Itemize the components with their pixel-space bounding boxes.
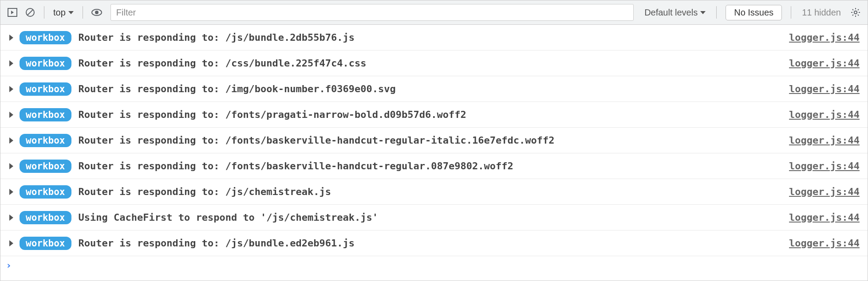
filter-input[interactable] (110, 4, 634, 21)
log-badge: workbox (20, 211, 71, 224)
live-expression-icon[interactable] (89, 5, 104, 20)
log-badge: workbox (20, 82, 71, 96)
disclosure-triangle-icon[interactable] (9, 215, 13, 221)
hidden-count[interactable]: 11 hidden (797, 8, 845, 18)
chevron-down-icon (700, 11, 706, 14)
log-badge: workbox (20, 108, 71, 121)
gear-icon[interactable] (848, 5, 863, 20)
log-message: Router is responding to: /fonts/pragati-… (79, 109, 789, 120)
chevron-down-icon (68, 11, 74, 14)
source-link[interactable]: logger.js:44 (789, 186, 860, 197)
disclosure-triangle-icon[interactable] (9, 189, 13, 195)
context-label: top (53, 8, 66, 18)
svg-line-12 (858, 15, 859, 16)
log-row[interactable]: workboxRouter is responding to: /js/chem… (0, 179, 868, 205)
log-row[interactable]: workboxRouter is responding to: /img/boo… (0, 76, 868, 102)
log-row[interactable]: workboxRouter is responding to: /js/bund… (0, 230, 868, 256)
clear-console-icon[interactable] (23, 5, 38, 20)
svg-point-5 (95, 11, 99, 14)
log-badge: workbox (20, 237, 71, 250)
source-link[interactable]: logger.js:44 (789, 58, 860, 69)
toolbar-divider (791, 6, 791, 19)
source-link[interactable]: logger.js:44 (789, 32, 860, 43)
disclosure-triangle-icon[interactable] (9, 163, 13, 169)
log-message: Using CacheFirst to respond to '/js/chem… (79, 212, 789, 223)
context-selector[interactable]: top (51, 5, 76, 20)
disclosure-triangle-icon[interactable] (9, 112, 13, 118)
disclosure-triangle-icon[interactable] (9, 137, 13, 144)
log-badge: workbox (20, 31, 71, 44)
log-message: Router is responding to: /img/book-numbe… (79, 83, 789, 94)
svg-marker-1 (11, 11, 14, 14)
console-log-area: workboxRouter is responding to: /js/bund… (0, 25, 868, 256)
svg-line-11 (852, 9, 853, 10)
log-message: Router is responding to: /fonts/baskervi… (79, 160, 789, 172)
log-badge: workbox (20, 134, 71, 147)
log-levels-selector[interactable]: Default levels (640, 8, 710, 18)
disclosure-triangle-icon[interactable] (9, 35, 13, 41)
source-link[interactable]: logger.js:44 (789, 160, 860, 172)
console-toolbar: top Default levels No Issues 11 hidden (0, 0, 868, 25)
log-message: Router is responding to: /fonts/baskervi… (79, 135, 789, 146)
log-row[interactable]: workboxRouter is responding to: /js/bund… (0, 25, 868, 51)
source-link[interactable]: logger.js:44 (789, 109, 860, 120)
svg-line-3 (28, 10, 33, 15)
log-row[interactable]: workboxUsing CacheFirst to respond to '/… (0, 205, 868, 230)
disclosure-triangle-icon[interactable] (9, 86, 13, 92)
source-link[interactable]: logger.js:44 (789, 212, 860, 223)
toolbar-divider (44, 6, 44, 19)
toolbar-divider (83, 6, 83, 19)
log-message: Router is responding to: /js/bundle.2db5… (79, 32, 789, 43)
issues-button[interactable]: No Issues (726, 5, 782, 20)
toolbar-divider (716, 6, 717, 19)
svg-point-6 (854, 11, 857, 14)
levels-label: Default levels (644, 8, 698, 18)
source-link[interactable]: logger.js:44 (789, 83, 860, 94)
log-badge: workbox (20, 57, 71, 70)
console-prompt-row[interactable]: › (0, 256, 868, 274)
log-row[interactable]: workboxRouter is responding to: /fonts/b… (0, 128, 868, 153)
log-row[interactable]: workboxRouter is responding to: /fonts/p… (0, 102, 868, 128)
source-link[interactable]: logger.js:44 (789, 238, 860, 249)
source-link[interactable]: logger.js:44 (789, 135, 860, 146)
disclosure-triangle-icon[interactable] (9, 60, 13, 66)
log-message: Router is responding to: /css/bundle.225… (79, 58, 789, 69)
disclosure-triangle-icon[interactable] (9, 240, 13, 246)
log-badge: workbox (20, 160, 71, 173)
svg-line-14 (858, 9, 859, 10)
log-message: Router is responding to: /js/chemistreak… (79, 186, 789, 197)
log-row[interactable]: workboxRouter is responding to: /css/bun… (0, 51, 868, 76)
svg-line-13 (852, 15, 853, 16)
log-message: Router is responding to: /js/bundle.ed2e… (79, 238, 789, 249)
toggle-sidebar-icon[interactable] (5, 5, 20, 20)
log-badge: workbox (20, 185, 71, 199)
prompt-chevron-icon: › (6, 260, 12, 271)
log-row[interactable]: workboxRouter is responding to: /fonts/b… (0, 153, 868, 179)
